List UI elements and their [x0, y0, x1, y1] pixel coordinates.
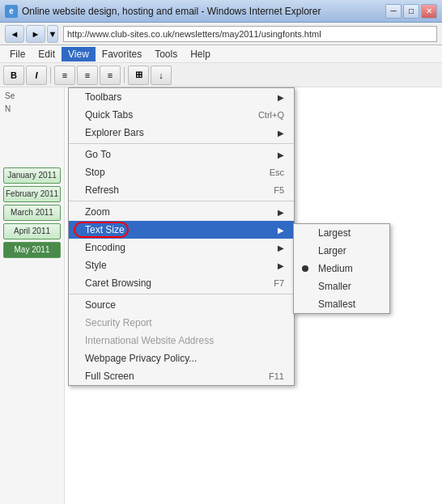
menu-go-to[interactable]: Go To ▶ — [69, 146, 294, 163]
menu-privacy-policy-label: Webpage Privacy Policy... — [85, 353, 197, 364]
menu-full-screen-label: Full Screen — [85, 371, 134, 382]
maximize-button[interactable]: □ — [403, 4, 419, 19]
toolbar-separator — [50, 67, 51, 83]
submenu-arrow: ▶ — [278, 93, 284, 102]
dropdown-button[interactable]: ▼ — [47, 25, 58, 43]
download-button[interactable]: ↓ — [151, 66, 172, 85]
nav-buttons: ◄ ► ▼ — [5, 25, 58, 43]
title-bar: e Online website design, hosting and ema… — [0, 0, 442, 23]
menu-refresh-label: Refresh — [85, 184, 119, 196]
separator3 — [69, 294, 294, 294]
menu-caret-browsing[interactable]: Caret Browsing F7 — [69, 274, 294, 292]
align-right-button[interactable]: ≡ — [100, 66, 121, 85]
menu-toolbars-label: Toolbars — [85, 91, 121, 103]
caret-browsing-shortcut: F7 — [274, 278, 284, 288]
menu-file[interactable]: File — [3, 47, 32, 61]
menu-security-report-label: Security Report — [85, 317, 152, 328]
align-center-button[interactable]: ≡ — [77, 66, 98, 85]
grid-button[interactable]: ⊞ — [128, 66, 149, 85]
zoom-arrow: ▶ — [278, 208, 284, 217]
smallest-label: Smallest — [318, 299, 355, 310]
menu-refresh[interactable]: Refresh F5 — [69, 181, 294, 199]
larger-label: Larger — [318, 245, 346, 256]
menu-explorer-bars-label: Explorer Bars — [85, 127, 144, 138]
sidebar: Se N January 2011 February 2011 March 20… — [0, 87, 65, 504]
minimize-button[interactable]: ─ — [385, 4, 402, 19]
menu-text-size[interactable]: Text Size ▶ — [69, 221, 294, 239]
menu-source[interactable]: Source — [69, 296, 294, 314]
menu-encoding-label: Encoding — [85, 242, 125, 253]
menu-international-address-label: International Website Address — [85, 335, 214, 346]
close-button[interactable]: ✕ — [421, 4, 437, 19]
back-button[interactable]: ◄ — [5, 25, 24, 43]
address-bar: ◄ ► ▼ — [0, 23, 442, 45]
text-size-smaller[interactable]: Smaller — [294, 277, 389, 295]
text-size-smallest[interactable]: Smallest — [294, 295, 389, 313]
menu-source-label: Source — [85, 299, 116, 311]
menu-zoom-label: Zoom — [85, 206, 110, 218]
menu-go-to-label: Go To — [85, 149, 111, 160]
toolbar: B I ≡ ≡ ≡ ⊞ ↓ — [0, 63, 442, 87]
menu-caret-browsing-label: Caret Browsing — [85, 277, 151, 289]
menu-style[interactable]: Style ▶ — [69, 256, 294, 274]
ie-icon: e — [5, 5, 18, 18]
menu-help[interactable]: Help — [184, 47, 217, 61]
menu-security-report: Security Report — [69, 314, 294, 332]
forward-button[interactable]: ► — [26, 25, 45, 43]
text-size-largest[interactable]: Largest — [294, 224, 389, 242]
menu-view[interactable]: View — [62, 47, 96, 61]
style-arrow: ▶ — [278, 261, 284, 270]
sidebar-april[interactable]: April 2011 — [3, 223, 61, 239]
menu-stop-label: Stop — [85, 167, 105, 178]
largest-label: Largest — [318, 227, 351, 239]
menu-bar: File Edit View Favorites Tools Help — [0, 45, 442, 63]
italic-button[interactable]: I — [26, 66, 47, 85]
menu-quick-tabs-label: Quick Tabs — [85, 109, 133, 121]
toolbar-separator2 — [124, 67, 125, 83]
sidebar-label-se: Se — [3, 91, 61, 101]
sidebar-may[interactable]: May 2011 — [3, 242, 61, 258]
medium-radio-dot — [302, 265, 308, 272]
main-area: Se N January 2011 February 2011 March 20… — [0, 87, 442, 504]
menu-tools[interactable]: Tools — [148, 47, 184, 61]
align-left-button[interactable]: ≡ — [54, 66, 75, 85]
text-size-submenu: Largest Larger Medium Smaller Smallest — [293, 223, 390, 314]
encoding-arrow: ▶ — [278, 244, 284, 252]
menu-favorites[interactable]: Favorites — [96, 47, 148, 61]
full-screen-shortcut: F11 — [269, 371, 284, 381]
window-title: Online website design, hosting and email… — [22, 6, 385, 17]
menu-edit[interactable]: Edit — [32, 47, 62, 61]
menu-toolbars[interactable]: Toolbars ▶ — [69, 88, 294, 106]
text-size-arrow: ▶ — [278, 226, 284, 235]
menu-zoom[interactable]: Zoom ▶ — [69, 203, 294, 221]
address-input[interactable] — [63, 26, 437, 42]
sidebar-january[interactable]: January 2011 — [3, 167, 61, 184]
quick-tabs-shortcut: Ctrl+Q — [258, 110, 284, 120]
menu-privacy-policy[interactable]: Webpage Privacy Policy... — [69, 349, 294, 367]
menu-quick-tabs[interactable]: Quick Tabs Ctrl+Q — [69, 106, 294, 124]
menu-explorer-bars[interactable]: Explorer Bars ▶ — [69, 124, 294, 142]
menu-style-label: Style — [85, 260, 107, 271]
bold-button[interactable]: B — [3, 66, 24, 85]
menu-text-size-label: Text Size — [85, 224, 125, 235]
text-size-larger[interactable]: Larger — [294, 242, 389, 260]
menu-encoding[interactable]: Encoding ▶ — [69, 239, 294, 256]
medium-label: Medium — [318, 263, 353, 274]
view-menu: Toolbars ▶ Quick Tabs Ctrl+Q Explorer Ba… — [68, 87, 295, 386]
refresh-shortcut: F5 — [274, 185, 284, 195]
explorer-bars-arrow: ▶ — [278, 129, 284, 138]
sidebar-february[interactable]: February 2011 — [3, 186, 61, 202]
menu-full-screen[interactable]: Full Screen F11 — [69, 367, 294, 385]
sidebar-march[interactable]: March 2011 — [3, 205, 61, 221]
separator1 — [69, 143, 294, 144]
menu-stop[interactable]: Stop Esc — [69, 163, 294, 181]
stop-shortcut: Esc — [270, 167, 284, 177]
sidebar-label-n: N — [3, 104, 61, 114]
window-controls: ─ □ ✕ — [385, 4, 437, 19]
text-size-medium[interactable]: Medium — [294, 260, 389, 277]
go-to-arrow: ▶ — [278, 150, 284, 159]
separator2 — [69, 201, 294, 201]
smaller-label: Smaller — [318, 281, 351, 292]
menu-international-address: International Website Address — [69, 332, 294, 349]
